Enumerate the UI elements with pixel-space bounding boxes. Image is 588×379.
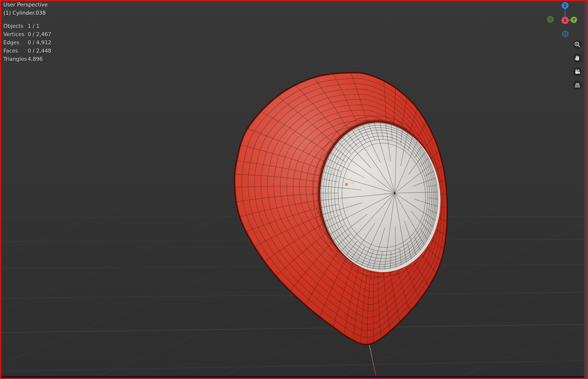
gizmo-y-axis-line — [568, 20, 571, 20]
window-edge-strip-right — [584, 1, 587, 378]
window-edge-strip-bottom — [1, 376, 584, 378]
gizmo-axis-y-button[interactable]: Y — [571, 17, 577, 23]
mesh-object-pin[interactable] — [235, 73, 448, 345]
pan-hand-icon — [574, 55, 580, 61]
grid-perspective-icon — [574, 82, 580, 88]
camera-icon — [574, 69, 580, 75]
magnifier-plus-icon — [574, 42, 580, 47]
object-origin-dot — [346, 183, 348, 186]
camera-view-button[interactable] — [573, 67, 582, 76]
gizmo-z-label: Z — [563, 3, 566, 8]
gizmo-x-label: X — [563, 18, 567, 23]
gizmo-y-label: Y — [572, 18, 575, 22]
world-axis-line — [369, 345, 377, 379]
pan-button[interactable] — [573, 54, 582, 63]
blender-3d-viewport: User Perspective (1) Cylinder.038 Object… — [0, 0, 588, 379]
zoom-button[interactable] — [573, 40, 582, 49]
gizmo-axis-neg-y-button[interactable] — [548, 17, 553, 22]
gizmo-axis-neg-z-button[interactable] — [562, 31, 568, 37]
viewport-canvas[interactable] — [0, 0, 588, 379]
gizmo-axis-x-button[interactable]: X — [561, 17, 569, 24]
gizmo-axis-z-button[interactable]: Z — [562, 2, 569, 9]
navigation-gizmo[interactable]: Z Y X — [543, 0, 588, 40]
perspective-toggle-button[interactable] — [573, 81, 582, 90]
